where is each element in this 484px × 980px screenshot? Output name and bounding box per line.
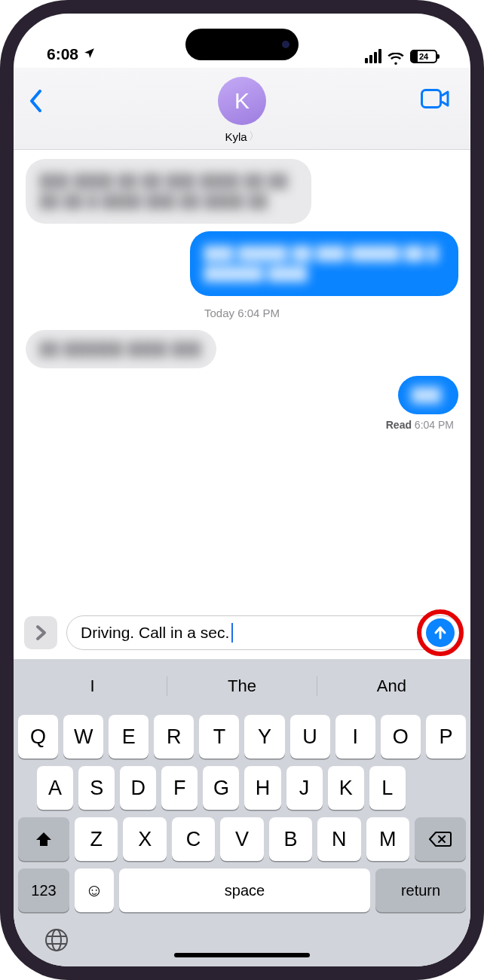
key-b[interactable]: B (269, 817, 312, 861)
key-v[interactable]: V (220, 817, 263, 861)
send-button[interactable] (426, 618, 455, 647)
prediction-bar: I The And (18, 665, 466, 707)
conversation-thread[interactable]: ███ ████ ██ ██ ███ ████ ██ ████ ██ █ ███… (14, 150, 470, 608)
globe-icon[interactable] (44, 927, 69, 956)
chevron-right-icon: 〉 (249, 130, 259, 143)
key-i[interactable]: I (335, 715, 375, 759)
key-u[interactable]: U (290, 715, 330, 759)
redacted-text: ███ ████ ██ ██ ███ ████ ██ ████ ██ █ ███… (39, 171, 298, 212)
contact-name-button[interactable]: Kyla 〉 (225, 130, 259, 143)
key-row-2: A S D F G H J K L (18, 766, 466, 810)
key-l[interactable]: L (369, 766, 406, 810)
status-time: 6:08 (47, 45, 78, 63)
key-c[interactable]: C (172, 817, 215, 861)
redacted-text: ███ (412, 385, 445, 405)
key-p[interactable]: P (426, 715, 466, 759)
message-input-row: Driving. Call in a sec. (14, 608, 470, 659)
dynamic-island (185, 29, 299, 60)
keyboard: I The And Q W E R T Y U I O P A S D F (14, 659, 470, 966)
key-q[interactable]: Q (18, 715, 58, 759)
key-o[interactable]: O (381, 715, 421, 759)
contact-avatar[interactable]: K (218, 77, 266, 125)
delete-key[interactable] (415, 817, 466, 861)
key-row-4: 123 ☺ space return (18, 869, 466, 912)
message-sent[interactable]: ███ █████ ██ ███ █████ ██ ███████ ████ (190, 231, 458, 296)
symbols-key[interactable]: 123 (18, 869, 69, 912)
return-key[interactable]: return (375, 869, 466, 912)
contact-name-label: Kyla (225, 130, 247, 143)
key-row-1: Q W E R T Y U I O P (18, 715, 466, 759)
redacted-text: ██ ██████ ████ ███ (39, 339, 203, 359)
key-row-3: Z X C V B N M (18, 817, 466, 861)
key-k[interactable]: K (328, 766, 364, 810)
svg-rect-0 (422, 90, 441, 108)
key-z[interactable]: Z (75, 817, 118, 861)
avatar-initial: K (234, 88, 250, 114)
message-sent[interactable]: ███ (398, 376, 458, 414)
key-w[interactable]: W (63, 715, 103, 759)
conversation-header: K Kyla 〉 (14, 68, 470, 150)
key-s[interactable]: S (78, 766, 115, 810)
key-d[interactable]: D (120, 766, 156, 810)
svg-point-2 (52, 930, 61, 951)
svg-point-1 (46, 930, 67, 951)
key-a[interactable]: A (37, 766, 73, 810)
facetime-button[interactable] (421, 89, 449, 111)
timestamp-label: Today 6:04 PM (204, 307, 280, 319)
redacted-text: ███ █████ ██ ███ █████ ██ ███████ ████ (204, 243, 445, 284)
location-icon (83, 45, 96, 63)
message-text: Driving. Call in a sec. (81, 624, 229, 642)
key-x[interactable]: X (123, 817, 166, 861)
cellular-icon (365, 49, 381, 63)
key-h[interactable]: H (244, 766, 280, 810)
emoji-key[interactable]: ☺ (75, 869, 114, 912)
apps-expand-button[interactable] (24, 616, 57, 649)
key-f[interactable]: F (161, 766, 198, 810)
prediction-1[interactable]: I (18, 676, 167, 696)
key-j[interactable]: J (286, 766, 323, 810)
home-indicator[interactable] (174, 953, 310, 957)
key-m[interactable]: M (366, 817, 409, 861)
prediction-2[interactable]: The (167, 676, 317, 696)
prediction-3[interactable]: And (317, 676, 466, 696)
key-g[interactable]: G (203, 766, 239, 810)
key-t[interactable]: T (199, 715, 239, 759)
key-n[interactable]: N (317, 817, 360, 861)
read-receipt: Read 6:04 PM (386, 419, 458, 431)
message-text-field[interactable]: Driving. Call in a sec. (66, 615, 460, 650)
key-e[interactable]: E (109, 715, 149, 759)
back-button[interactable] (29, 89, 44, 118)
key-r[interactable]: R (154, 715, 194, 759)
key-y[interactable]: Y (244, 715, 284, 759)
message-received[interactable]: ██ ██████ ████ ███ (26, 330, 216, 368)
message-received[interactable]: ███ ████ ██ ██ ███ ████ ██ ████ ██ █ ███… (26, 159, 311, 224)
space-key[interactable]: space (119, 869, 370, 912)
phone-screen: 6:08 24 (14, 14, 470, 966)
text-cursor (231, 623, 233, 643)
battery-icon: 24 (410, 50, 437, 63)
shift-key[interactable] (18, 817, 69, 861)
wifi-icon (388, 50, 404, 63)
